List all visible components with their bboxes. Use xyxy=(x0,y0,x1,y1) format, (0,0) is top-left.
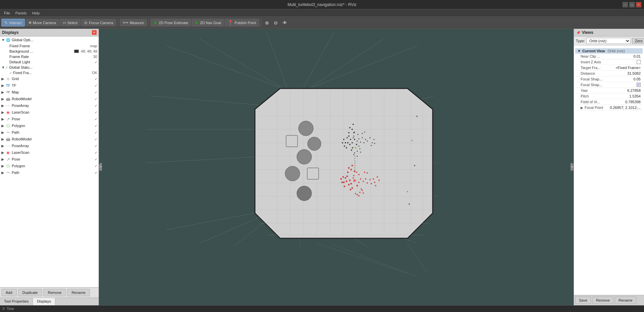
remove-button[interactable]: Remove xyxy=(43,289,66,296)
tree-laser-scan-2[interactable]: ▶ ◉ LaserScan ✓ xyxy=(0,149,99,156)
rename-button[interactable]: Rename xyxy=(67,289,90,296)
polygon-1-check: ✓ xyxy=(95,124,97,128)
tree-pose-array-1[interactable]: ▶ ↑↑↑ PoseArray ✓ xyxy=(0,102,99,109)
displays-panel-header: Displays ✕ xyxy=(0,29,99,37)
view-focal-shape-size-row[interactable]: Focal Shap... 0.05 xyxy=(575,76,643,82)
reset-view-button[interactable]: 👁 xyxy=(280,19,289,26)
add-button[interactable]: Add xyxy=(1,289,17,296)
2d-pose-button[interactable]: ➤ 2D Pose Estimate xyxy=(151,19,191,26)
rviz-canvas[interactable] xyxy=(99,29,574,305)
svg-point-90 xyxy=(360,152,361,153)
2d-nav-button[interactable]: ➤ 2D Nav Goal xyxy=(192,19,224,26)
svg-point-145 xyxy=(358,195,360,196)
tree-laser-scan-1[interactable]: ▶ ◉ LaserScan ✓ xyxy=(0,109,99,116)
tree-background-color[interactable]: Background ... 48; 48; 48 xyxy=(0,49,99,54)
tree-fixed-frame-status[interactable]: ✓ Fixed Fra... OK xyxy=(0,70,99,75)
map-icon: 🗺 xyxy=(5,89,11,95)
menu-panels[interactable]: Panels xyxy=(13,10,30,16)
tree-robot-model-2[interactable]: ▶ 🤖 RobotModel ✓ xyxy=(0,136,99,142)
displays-close-button[interactable]: ✕ xyxy=(92,30,97,35)
pose-2-label: Pose xyxy=(12,157,93,161)
grid-icon: ⊞ xyxy=(5,76,11,81)
select-button[interactable]: ▭ Select xyxy=(60,19,81,26)
svg-point-126 xyxy=(350,189,352,191)
move-camera-button[interactable]: ⊕ Move Camera xyxy=(25,19,59,26)
tree-pose-1[interactable]: ▶ ↗ Pose ✓ xyxy=(0,116,99,122)
expand-icon: ▶ xyxy=(1,150,5,155)
view-yaw-row[interactable]: Yaw 6.27858 xyxy=(575,88,643,93)
view-focal-point-row[interactable]: ▶ Focal Point 0.26857; 2.1012;... xyxy=(575,105,643,111)
menu-file[interactable]: File xyxy=(1,10,13,16)
views-panel-title: Views xyxy=(582,30,593,35)
focus-camera-button[interactable]: ◎ Focus Camera xyxy=(81,19,116,26)
tree-grid[interactable]: ▶ ⊞ Grid ✓ xyxy=(0,75,99,82)
menu-help[interactable]: Help xyxy=(29,10,42,16)
view-focal-shape-enabled-row[interactable]: Focal Shap... ✓ xyxy=(575,82,643,88)
svg-point-140 xyxy=(341,182,343,183)
measure-button[interactable]: ⟺ Measure xyxy=(120,19,147,26)
duplicate-button[interactable]: Duplicate xyxy=(18,289,42,296)
path-2-label: Path xyxy=(12,171,93,175)
tree-global-options[interactable]: ▼ 🌐 Global Opti... xyxy=(0,37,99,43)
svg-point-71 xyxy=(348,135,350,137)
tree-global-status[interactable]: ▼ ✓ Global Statu... xyxy=(0,65,99,70)
tree-fixed-frame[interactable]: Fixed Frame map xyxy=(0,43,99,49)
view-fov-row[interactable]: Field of Vi... 0.785398 xyxy=(575,99,643,105)
view-distance-row[interactable]: Distance 31.5082 xyxy=(575,71,643,76)
svg-point-135 xyxy=(351,169,352,171)
current-view-header[interactable]: ▼ Current View Orbit (rviz) xyxy=(575,48,643,54)
tree-tf[interactable]: ▶ TF TF ✓ xyxy=(0,82,99,89)
tree-frame-rate[interactable]: Frame Rate 30 xyxy=(0,54,99,59)
focal-point-expand: ▶ xyxy=(581,106,585,110)
views-bottom-buttons: Save Remove Rename xyxy=(574,295,644,305)
views-save-button[interactable]: Save xyxy=(575,297,591,304)
displays-tab[interactable]: Displays xyxy=(33,298,55,305)
tree-path-2[interactable]: ▶ 〜 Path ✓ xyxy=(0,169,99,176)
target-frame-value: <Fixed Frame> xyxy=(615,66,641,70)
zoom-in-button[interactable]: ⊕ xyxy=(263,19,271,26)
tree-path-1[interactable]: ▶ 〜 Path ✓ xyxy=(0,129,99,136)
tree-pose-array-2[interactable]: ▶ ↑↑↑ PoseArray ✓ xyxy=(0,142,99,149)
panel-pin-icon[interactable]: 📌 xyxy=(576,30,581,35)
views-remove-button[interactable]: Remove xyxy=(592,297,613,304)
yaw-value: 6.27858 xyxy=(627,88,641,92)
select-label: Select xyxy=(67,21,78,25)
pose-array-1-icon: ↑↑↑ xyxy=(5,103,11,108)
tree-polygon-2[interactable]: ▶ ⬡ Polygon ✓ xyxy=(0,163,99,169)
tree-default-light[interactable]: Default Light ✓ xyxy=(0,59,99,65)
invert-z-checkbox[interactable] xyxy=(637,60,641,64)
interact-button[interactable]: ↖ Interact xyxy=(1,19,25,26)
expand-icon: ▶ xyxy=(1,124,5,128)
left-resize-handle[interactable]: ↔ xyxy=(99,163,103,172)
view-near-clip-row[interactable]: Near Clip ... 0.01 xyxy=(575,54,643,59)
focal-shape-checkbox[interactable]: ✓ xyxy=(637,83,641,87)
tree-polygon-1[interactable]: ▶ ⬡ Polygon ✓ xyxy=(0,122,99,129)
view-pitch-row[interactable]: Pitch 1.5354 xyxy=(575,93,643,99)
tree-pose-2[interactable]: ▶ ↗ Pose ✓ xyxy=(0,156,99,163)
views-type-select[interactable]: Orbit (rviz) FPS (rviz) ThirdPersonFollo… xyxy=(586,38,631,44)
tree-robot-model-1[interactable]: ▶ 🤖 RobotModel ✓ xyxy=(0,96,99,102)
display-tree[interactable]: ▼ 🌐 Global Opti... Fixed Frame map Backg… xyxy=(0,37,99,287)
svg-point-102 xyxy=(355,147,357,149)
reset-view-icon: 👁 xyxy=(282,20,287,25)
focus-camera-label: Focus Camera xyxy=(89,21,113,25)
fixed-frame-status-value: OK xyxy=(92,71,97,75)
tool-properties-tab[interactable]: Tool Properties xyxy=(0,298,33,305)
2d-pose-icon: ➤ xyxy=(154,20,157,25)
close-button[interactable]: ✕ xyxy=(636,2,641,7)
svg-point-116 xyxy=(367,182,368,184)
fixed-frame-label: Fixed Frame xyxy=(9,44,89,48)
restore-button[interactable]: ▭ xyxy=(629,2,635,7)
view-target-frame-row[interactable]: Target Fra... <Fixed Frame> xyxy=(575,65,643,71)
background-color-label: Background ... xyxy=(9,49,74,53)
zero-button[interactable]: Zero xyxy=(632,38,644,44)
view-invert-z-row[interactable]: Invert Z Axis xyxy=(575,59,643,65)
publish-point-button[interactable]: 📍 Publish Point xyxy=(225,19,259,26)
minimize-button[interactable]: ─ xyxy=(623,2,628,7)
right-resize-handle[interactable]: ↔ xyxy=(570,163,574,172)
views-rename-button[interactable]: Rename xyxy=(615,297,636,304)
svg-point-80 xyxy=(351,149,352,151)
tree-map[interactable]: ▶ 🗺 Map ✓ xyxy=(0,89,99,96)
viewport[interactable]: ↔ ↔ xyxy=(99,29,574,305)
zoom-out-button[interactable]: ⊖ xyxy=(272,19,280,26)
